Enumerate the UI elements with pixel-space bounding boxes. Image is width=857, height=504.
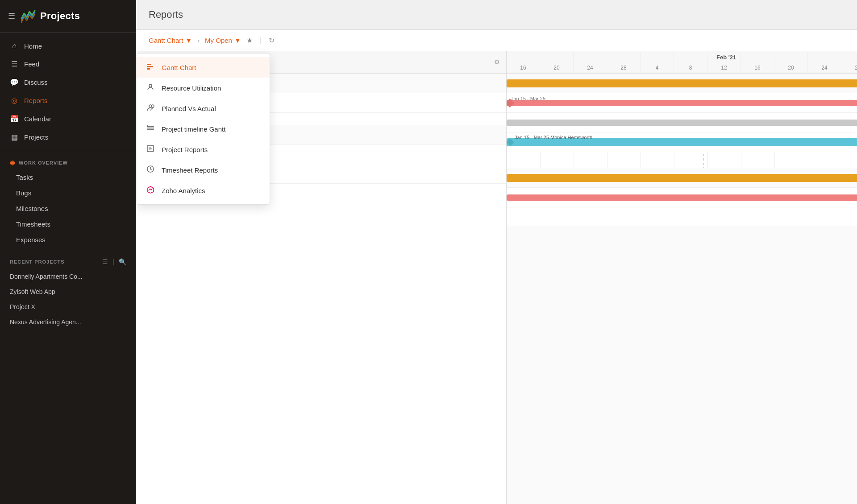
star-icon[interactable]: ★ xyxy=(246,36,253,45)
nav-home-label: Home xyxy=(24,42,42,50)
nav-reports[interactable]: ◎ Reports xyxy=(0,91,136,110)
recent-project-donnelly[interactable]: Donnelly Apartments Co... xyxy=(0,269,136,284)
dropdown-timesheet-label: Timesheet Reports xyxy=(162,166,218,174)
dropdown-item-project-reports[interactable]: Project Reports xyxy=(137,139,270,160)
recent-project-x[interactable]: Project X xyxy=(0,299,136,314)
sidebar-item-milestones[interactable]: Milestones xyxy=(0,201,136,216)
date-16: 16 xyxy=(507,52,540,74)
svg-rect-8 xyxy=(147,129,154,130)
gantt-row-none: Jan 15 - Mar 25 xyxy=(507,93,857,113)
discuss-icon: 💬 xyxy=(10,78,19,87)
gantt-date-header: Feb '21 16 20 24 28 4 8 12 16 20 24 28 xyxy=(507,51,857,74)
svg-rect-2 xyxy=(147,68,150,70)
dropdown-item-zoho[interactable]: Zoho Analytics xyxy=(137,180,270,201)
recent-actions: ☰ | 🔍 xyxy=(102,258,126,265)
zoho-icon xyxy=(146,186,155,195)
nav-discuss[interactable]: 💬 Discuss xyxy=(0,73,136,91)
resource-icon xyxy=(146,83,155,93)
date-16b: 16 xyxy=(741,52,774,74)
project-reports-icon xyxy=(146,145,155,154)
nav-calendar-label: Calendar xyxy=(24,115,51,123)
nav-calendar[interactable]: 📅 Calendar xyxy=(0,110,136,128)
dropdown-gantt-label: Gantt Chart xyxy=(162,64,196,71)
nav-feed-label: Feed xyxy=(24,60,39,68)
nav-projects-label: Projects xyxy=(24,133,48,141)
gantt-chart: Feb '21 16 20 24 28 4 8 12 16 20 24 28 xyxy=(507,51,857,504)
timeline-icon xyxy=(146,124,155,134)
dropdown-planned-label: Planned Vs Actual xyxy=(162,105,216,112)
home-icon: ⌂ xyxy=(10,42,19,50)
search-icon[interactable]: 🔍 xyxy=(119,258,126,265)
main-content: Reports Gantt Chart ▼ › My Open ▼ ★ | ↻ xyxy=(136,0,857,504)
work-overview-icon: ◉ xyxy=(10,159,15,166)
my-open-breadcrumb[interactable]: My Open ▼ xyxy=(205,37,241,44)
gantt-row-add-task-1 xyxy=(507,152,857,168)
filter-icon[interactable]: ☰ xyxy=(102,258,108,265)
svg-rect-9 xyxy=(147,125,148,127)
app-logo xyxy=(20,8,36,24)
hamburger-icon[interactable]: ☰ xyxy=(8,11,15,21)
dropdown-item-planned[interactable]: Planned Vs Actual xyxy=(137,98,270,119)
breadcrumb-dropdown-arrow: ▼ xyxy=(186,37,192,44)
sidebar-item-expenses[interactable]: Expenses xyxy=(0,232,136,248)
report-type-dropdown: Gantt Chart Resource Utilization xyxy=(136,53,270,205)
sidebar-header: ☰ Projects xyxy=(0,0,136,33)
gantt-rows: Jan 15 - Mar 25 Jan 15 - Mar 25 Monica H… xyxy=(507,74,857,227)
gantt-row-floor-tiling xyxy=(507,207,857,227)
nav-feed[interactable]: ☰ Feed xyxy=(0,55,136,73)
recent-projects-header: RECENT PROJECTS ☰ | 🔍 xyxy=(0,252,136,269)
date-24: 24 xyxy=(574,52,607,74)
svg-point-3 xyxy=(149,84,152,87)
date-28: 28 xyxy=(607,52,641,74)
svg-rect-7 xyxy=(147,128,154,128)
top-bar: Reports xyxy=(136,0,857,30)
calendar-icon: 📅 xyxy=(10,115,19,123)
gantt-row-software-section xyxy=(507,74,857,93)
gantt-icon xyxy=(146,62,155,72)
my-open-label: My Open xyxy=(205,37,232,44)
dropdown-item-resource[interactable]: Resource Utilization xyxy=(137,78,270,98)
divider: | xyxy=(112,258,114,265)
page-title: Reports xyxy=(149,9,183,20)
recent-project-zylsoft[interactable]: Zylsoft Web App xyxy=(0,284,136,299)
gantt-bar-gray-1 xyxy=(507,120,857,126)
gantt-row-donnelly-section xyxy=(507,168,857,188)
filter-dropdown-arrow: ▼ xyxy=(234,37,241,44)
work-overview-label: ◉ WORK OVERVIEW xyxy=(0,151,136,169)
gantt-bar-orange-donnelly xyxy=(507,174,857,182)
dropdown-resource-label: Resource Utilization xyxy=(162,84,221,92)
dropdown-item-timeline[interactable]: Project timeline Gantt xyxy=(137,119,270,139)
refresh-icon[interactable]: ↻ xyxy=(269,36,275,45)
date-4: 4 xyxy=(641,52,674,74)
gantt-chart-breadcrumb[interactable]: Gantt Chart ▼ xyxy=(149,37,192,44)
gantt-bar-orange-1 xyxy=(507,79,857,87)
gantt-bar-red-1 xyxy=(507,100,857,106)
sidebar: ☰ Projects ⌂ Home ☰ Feed 💬 Discuss ◎ Rep… xyxy=(0,0,136,504)
date-12: 12 xyxy=(707,52,741,74)
recent-project-nexus[interactable]: Nexus Advertising Agen... xyxy=(0,314,136,330)
main-nav: ⌂ Home ☰ Feed 💬 Discuss ◎ Reports 📅 Cale… xyxy=(0,33,136,151)
date-20b: 20 xyxy=(774,52,808,74)
dropdown-item-gantt[interactable]: Gantt Chart xyxy=(137,57,270,78)
dropdown-project-reports-label: Project Reports xyxy=(162,146,208,153)
date-28b: 28 xyxy=(841,52,857,74)
timesheet-icon xyxy=(146,165,155,175)
gantt-settings-icon[interactable]: ⚙ xyxy=(494,58,500,66)
svg-rect-1 xyxy=(147,66,153,67)
dropdown-item-timesheet[interactable]: Timesheet Reports xyxy=(137,160,270,180)
dropdown-timeline-label: Project timeline Gantt xyxy=(162,125,225,133)
date-8: 8 xyxy=(674,52,707,74)
sidebar-item-tasks[interactable]: Tasks xyxy=(0,169,136,185)
nav-home[interactable]: ⌂ Home xyxy=(0,37,136,55)
svg-rect-0 xyxy=(147,64,151,65)
planned-icon xyxy=(146,103,155,113)
gantt-date-label-2: Jan 15 - Mar 25 Monica Hemsworth xyxy=(515,135,592,140)
sidebar-item-timesheets[interactable]: Timesheets xyxy=(0,216,136,232)
app-title: Projects xyxy=(40,10,80,22)
date-20: 20 xyxy=(540,52,574,74)
sidebar-item-bugs[interactable]: Bugs xyxy=(0,185,136,201)
gantt-row-floor-finishes: Floo... xyxy=(507,188,857,207)
nav-projects[interactable]: ▦ Projects xyxy=(0,128,136,146)
nav-reports-label: Reports xyxy=(24,97,48,104)
gantt-row-blue: Jan 15 - Mar 25 Monica Hemsworth xyxy=(507,132,857,152)
